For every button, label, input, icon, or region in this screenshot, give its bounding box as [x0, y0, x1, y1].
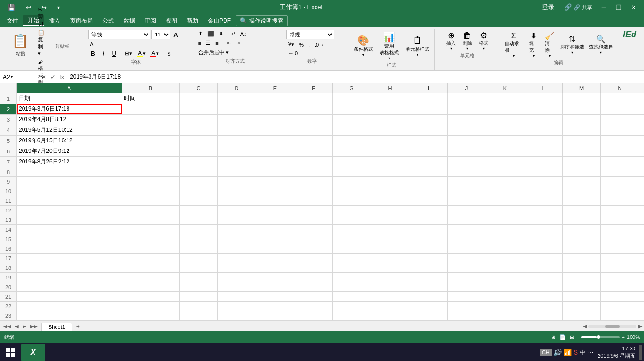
- grid-cell[interactable]: [448, 157, 486, 167]
- grid-cell[interactable]: [122, 196, 180, 205]
- input-method-icon[interactable]: CH: [540, 349, 552, 356]
- grid-cell[interactable]: [448, 282, 486, 291]
- grid-cell[interactable]: [256, 104, 294, 114]
- grid-cell[interactable]: [180, 273, 218, 282]
- grid-cell[interactable]: [17, 302, 122, 311]
- grid-cell[interactable]: 2019年6月15日16:12: [17, 136, 122, 146]
- grid-cell[interactable]: [639, 104, 644, 114]
- grid-cell[interactable]: [486, 244, 524, 253]
- grid-cell[interactable]: [448, 225, 486, 234]
- grid-cell[interactable]: [333, 157, 371, 167]
- grid-cell[interactable]: [486, 311, 524, 320]
- grid-cell[interactable]: [218, 311, 256, 320]
- grid-cell[interactable]: [180, 136, 218, 146]
- grid-cell[interactable]: [333, 196, 371, 205]
- row-number[interactable]: 5: [0, 136, 17, 146]
- grid-cell[interactable]: [294, 125, 333, 135]
- grid-cell[interactable]: [122, 282, 180, 291]
- grid-cell[interactable]: [563, 263, 601, 272]
- grid-cell[interactable]: [218, 125, 256, 135]
- find-select-btn[interactable]: 🔍 查找和选择 ▾: [588, 33, 615, 56]
- grid-cell[interactable]: [486, 104, 524, 114]
- grid-cell[interactable]: [563, 244, 601, 253]
- grid-cell[interactable]: [180, 196, 218, 205]
- grid-cell[interactable]: [486, 125, 524, 135]
- grid-cell[interactable]: [180, 311, 218, 320]
- grid-cell[interactable]: [371, 292, 409, 301]
- grid-cell[interactable]: [17, 282, 122, 291]
- grid-cell[interactable]: [563, 282, 601, 291]
- row-number[interactable]: 18: [0, 263, 17, 272]
- start-btn[interactable]: [2, 344, 19, 361]
- grid-cell[interactable]: [294, 115, 333, 125]
- grid-cell[interactable]: [409, 157, 448, 167]
- grid-cell[interactable]: [524, 215, 563, 224]
- grid-cell[interactable]: [256, 177, 294, 186]
- delete-btn[interactable]: 🗑 删除 ▾: [460, 30, 475, 52]
- grid-cell[interactable]: [601, 167, 639, 176]
- row-number[interactable]: 22: [0, 302, 17, 311]
- grid-cell[interactable]: [448, 206, 486, 215]
- grid-cell[interactable]: [601, 196, 639, 205]
- grid-cell[interactable]: [218, 115, 256, 125]
- grid-cell[interactable]: [294, 254, 333, 263]
- col-header-i[interactable]: I: [409, 83, 448, 93]
- grid-cell[interactable]: [333, 292, 371, 301]
- grid-cell[interactable]: [448, 254, 486, 263]
- grid-cell[interactable]: [524, 311, 563, 320]
- row-number[interactable]: 21: [0, 292, 17, 301]
- grid-cell[interactable]: [218, 292, 256, 301]
- text-direction-btn[interactable]: A↕: [238, 30, 249, 38]
- grid-cell[interactable]: [409, 244, 448, 253]
- grid-cell[interactable]: [448, 125, 486, 135]
- grid-cell[interactable]: [524, 225, 563, 234]
- indent-increase-btn[interactable]: ⇥: [234, 39, 242, 47]
- strikethrough-btn[interactable]: S: [165, 50, 172, 58]
- clock[interactable]: 17:30 2019/9/6 星期五: [598, 345, 635, 360]
- grid-cell[interactable]: [563, 292, 601, 301]
- grid-cell[interactable]: [294, 146, 333, 156]
- grid-cell[interactable]: [371, 167, 409, 176]
- grid-cell[interactable]: [218, 146, 256, 156]
- formula-cancel-btn[interactable]: ✕: [40, 73, 47, 81]
- grid-cell[interactable]: [486, 186, 524, 196]
- grid-cell[interactable]: [563, 93, 601, 104]
- grid-cell[interactable]: [180, 104, 218, 114]
- grid-cell[interactable]: [371, 311, 409, 320]
- grid-cell[interactable]: [333, 282, 371, 291]
- row-number[interactable]: 7: [0, 157, 17, 167]
- grid-cell[interactable]: [601, 282, 639, 291]
- grid-cell[interactable]: [122, 254, 180, 263]
- grid-cell[interactable]: [601, 244, 639, 253]
- col-header-c[interactable]: C: [180, 83, 218, 93]
- grid-cell[interactable]: [218, 234, 256, 244]
- sheet-tab-sheet1[interactable]: Sheet1: [41, 323, 72, 331]
- grid-cell[interactable]: [486, 196, 524, 205]
- grid-cell[interactable]: [524, 263, 563, 272]
- align-right-btn[interactable]: ≡: [214, 39, 220, 47]
- grid-cell[interactable]: [639, 186, 644, 196]
- grid-cell[interactable]: [294, 302, 333, 311]
- grid-cell[interactable]: [17, 206, 122, 215]
- grid-cell[interactable]: [486, 136, 524, 146]
- grid-cell[interactable]: [524, 282, 563, 291]
- grid-cell[interactable]: [601, 302, 639, 311]
- grid-cell[interactable]: [524, 206, 563, 215]
- grid-cell[interactable]: [122, 136, 180, 146]
- grid-cell[interactable]: [524, 244, 563, 253]
- grid-cell[interactable]: [601, 93, 639, 104]
- grid-cell[interactable]: [333, 263, 371, 272]
- grid-cell[interactable]: [122, 206, 180, 215]
- grid-cell[interactable]: [639, 254, 644, 263]
- grid-cell[interactable]: [448, 177, 486, 186]
- menu-item-formula[interactable]: 公式: [98, 16, 119, 26]
- grid-cell[interactable]: [639, 311, 644, 320]
- scroll-right-btn[interactable]: ▶: [638, 323, 642, 329]
- grid-cell[interactable]: [294, 215, 333, 224]
- save-icon[interactable]: 💾: [4, 3, 19, 12]
- close-btn[interactable]: ✕: [627, 3, 640, 12]
- grid-cell[interactable]: [409, 311, 448, 320]
- grid-cell[interactable]: [524, 186, 563, 196]
- grid-cell[interactable]: [563, 104, 601, 114]
- grid-cell[interactable]: [371, 215, 409, 224]
